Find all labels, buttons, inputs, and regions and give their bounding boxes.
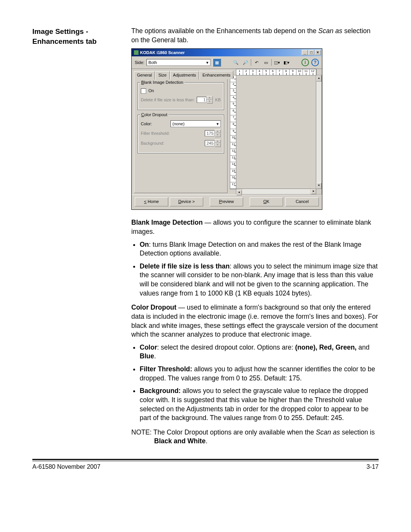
scrollbar-vertical[interactable]: ▴▾	[316, 75, 322, 189]
scrollbar-corner	[316, 189, 322, 195]
list-item: Filter Threshold: allows you to adjust h…	[140, 365, 379, 383]
preview-button[interactable]: Preview	[210, 197, 243, 206]
scrollbar-horizontal[interactable]: ◂▸	[236, 189, 317, 195]
titlebar: KODAK i1860 Scanner _ □ ×	[132, 49, 322, 56]
dialog-window: KODAK i1860 Scanner _ □ × Side: Both▾ ▦	[131, 48, 322, 210]
kb-label: KB	[215, 97, 221, 103]
maximize-icon[interactable]: □	[308, 50, 314, 55]
info-icon[interactable]: i	[301, 59, 309, 66]
list-blank-detection: On: turns Blank Image Detection on and m…	[131, 240, 379, 298]
zoom-in-icon[interactable]: 🔍	[232, 58, 240, 67]
blank-image-detection-group: Blank Image Detection On Delete if file …	[137, 82, 224, 110]
tab-size[interactable]: Size	[155, 71, 169, 80]
preview-canvas	[236, 75, 317, 189]
footer-right: 3-17	[366, 463, 379, 470]
zoom-out-icon[interactable]: 🔎	[241, 58, 250, 67]
list-item: Background: allows you to select the gra…	[140, 387, 379, 423]
rotate-left-icon[interactable]: ↶	[252, 58, 261, 67]
help-icon[interactable]: ?	[311, 59, 319, 66]
para-blank-detection: Blank Image Detection — allows you to co…	[131, 218, 379, 236]
minimize-icon[interactable]: _	[302, 50, 308, 55]
window-title: KODAK i1860 Scanner	[140, 50, 185, 56]
color-label: Color:	[141, 121, 168, 127]
button-row: < Home Device > Preview OK Cancel	[132, 195, 322, 209]
color-select[interactable]: (none)▾	[170, 120, 221, 127]
side-label: Side:	[135, 60, 144, 66]
device-button[interactable]: Device >	[170, 197, 203, 206]
filter-threshold-label: Filter threshold:	[141, 131, 202, 136]
list-item: On: turns Blank Image Detection on and m…	[140, 240, 379, 258]
close-icon[interactable]: ×	[315, 50, 321, 55]
tabstrip: General Size Adjustments Enhancements	[134, 70, 228, 79]
group-title-blank: Blank Image Detection	[140, 80, 185, 85]
group-title-color: Color Dropout	[140, 112, 169, 118]
page-footer: A-61580 November 2007 3-17	[32, 461, 379, 473]
layout-a-icon[interactable]: ◫▾	[273, 58, 281, 67]
on-checkbox[interactable]	[141, 88, 146, 94]
filter-threshold-spin[interactable]: ▴▾	[205, 129, 221, 137]
on-label: On	[148, 88, 154, 94]
delete-size-label: Delete if file size is less than:	[141, 97, 194, 103]
footer-left: A-61580 November 2007	[32, 463, 100, 470]
cancel-button[interactable]: Cancel	[285, 197, 319, 206]
tab-enhancements[interactable]: Enhancements	[199, 71, 233, 79]
background-label: Background:	[141, 141, 202, 146]
tab-panel: Blank Image Detection On Delete if file …	[134, 79, 228, 193]
list-item: Delete if file size is less than: allows…	[140, 262, 379, 298]
note: NOTE: The Color Dropout options are only…	[131, 428, 379, 446]
para-color-dropout: Color Dropout — used to eliminate a form…	[131, 303, 379, 339]
delete-size-spin[interactable]: ▴▾	[197, 96, 213, 104]
section-heading: Image Settings - Enhancements tab	[32, 27, 120, 46]
home-button[interactable]: < Home	[135, 197, 168, 206]
ok-button[interactable]: OK	[250, 197, 283, 206]
preview-area: 12 34 56 78 910 1112 12 34 56 78 9	[230, 69, 322, 195]
tab-adjustments[interactable]: Adjustments	[170, 71, 199, 80]
side-apply-icon[interactable]: ▦	[213, 58, 221, 67]
toolbar: Side: Both▾ ▦ 🔍 🔎 ↶ ▭ ◫▾ ◧▾	[132, 56, 322, 69]
app-icon	[134, 50, 139, 55]
background-spin[interactable]: ▴▾	[205, 139, 221, 147]
color-dropout-group: Color Dropout Color: (none)▾ Filter thre…	[137, 115, 224, 153]
list-color-dropout: Color: select the desired dropout color.…	[131, 343, 379, 423]
side-select[interactable]: Both▾	[147, 59, 210, 66]
list-item: Color: select the desired dropout color.…	[140, 343, 379, 361]
layout-b-icon[interactable]: ◧▾	[282, 58, 291, 67]
tab-general[interactable]: General	[134, 71, 155, 80]
intro-paragraph: The options available on the Enhancement…	[131, 27, 379, 45]
rotate-right-icon[interactable]: ▭	[262, 58, 270, 67]
